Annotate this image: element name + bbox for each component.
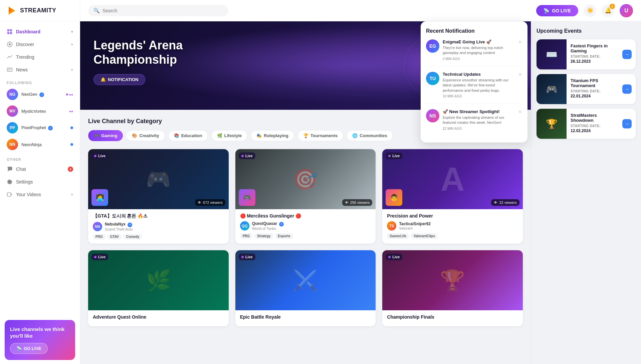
tab-tournaments[interactable]: 🏆 Tournaments [297,130,343,141]
stream-card-6[interactable]: 🏆 Live Championship Finals [382,250,523,326]
theme-toggle-button[interactable]: ☀️ [584,4,596,17]
sidebar-go-live-label: GO LIVE [24,346,41,351]
stream-card-4[interactable]: 🌿 Live Adventure Quest Online [88,250,229,326]
viewer-count-2: 👁 256 viewers [342,199,373,206]
event-arrow-btn-3[interactable]: → [622,119,632,128]
thumb-emoji-5: ⚔️ [293,269,318,292]
svg-rect-5 [10,32,12,34]
dashboard-icon [7,29,13,35]
notif-time-3: 22 MIN AGO [443,127,515,130]
event-card-1[interactable]: ⌨️ Fastest Fingers in Gaming STARTING DA… [537,39,636,69]
event-card-2[interactable]: 🎮 Titanium FPS Tournament STARTING DATE:… [537,74,636,104]
user-avatar-header[interactable]: U [620,4,633,17]
svg-rect-12 [7,193,11,197]
streamer-verified-2: ✓ [279,222,284,227]
tab-creativity[interactable]: 🎨 Creativity [126,130,165,141]
live-badge-3: Live [386,152,402,159]
eye-icon-3: 👁 [494,201,497,205]
sidebar-item-news[interactable]: News ▾ [0,63,80,76]
hero-notification-button[interactable]: 🔔 NOTIFICATION [93,74,145,85]
tab-communities[interactable]: 🌐 Communities [347,130,393,141]
upcoming-events-title: Upcoming Events [537,28,636,34]
tag-valorantclips-3: ValorantClips [411,233,438,239]
streamer-details-3: TacticalSniper92 Valorant [399,222,431,230]
stream-info-3: Precision and Power TS TacticalSniper92 … [382,209,523,243]
viewers-1: 672 viewers [203,201,223,205]
event-arrow-btn-1[interactable]: → [622,50,632,59]
following-section-title: FOLLOWING [0,76,80,86]
live-badge-2: Live [239,152,255,159]
sidebar-item-chat[interactable]: Chat 2 [0,163,80,175]
logo-area[interactable]: STREAMITY [0,0,80,21]
tab-education[interactable]: 📚 Education [168,130,208,141]
event-title-3: StratMasters Showdown [571,113,614,123]
sidebar-item-dashboard[interactable]: Dashboard ▾ [0,25,80,38]
tag-gtav-1: GTAV [108,234,122,240]
sidebar-item-discover[interactable]: Discover ▾ [0,38,80,51]
event-arrow-btn-2[interactable]: → [622,84,632,94]
notif-desc-3: Explore the captivating streams of our f… [443,115,515,125]
roleplaying-icon: 🎭 [256,133,262,138]
notif-close-3[interactable]: ✕ [518,109,522,130]
stream-info-5: Epic Battle Royale [235,310,376,326]
sidebar-item-your-videos[interactable]: Your Videos ▾ [0,188,80,201]
stream-card-2[interactable]: 🎯 🎮 Live 👁 256 viewers [235,149,376,244]
stream-info-2: 🔴 Merciless Gunslinger 🔴 QQ QuestQuasar … [235,209,376,243]
notif-avatar-1: EG [426,39,439,53]
stream-title-4: Adventure Quest Online [93,314,224,320]
sidebar-item-settings[interactable]: Settings [0,175,80,188]
sidebar-go-live-button[interactable]: 📡 GO LIVE [10,343,48,354]
notif-close-1[interactable]: ✕ [518,39,522,61]
tag-prg-1: PRG [93,234,105,240]
nexgen-name: NexGen ✓ [21,92,63,97]
creativity-icon: 🎨 [132,133,137,138]
stream-card-3[interactable]: A 👨 Live 👁 22 viewers [382,149,523,244]
tag-prg-2: PRG [240,233,253,239]
tab-gaming[interactable]: 🎮 Gaming [88,130,123,141]
viewer-count-3: 👁 22 viewers [491,199,519,206]
sidebar-nav: Dashboard ▾ Discover ▾ Trending News ▾ F… [0,21,80,316]
following-user-nexgen[interactable]: NG NexGen ✓ ●● [0,86,80,103]
following-user-pixelprophet[interactable]: PP PixelProphet ✓ [0,119,80,136]
search-input[interactable] [102,8,223,13]
stream-title-3: Precision and Power [387,213,518,219]
gaming-icon: 🎮 [94,133,99,138]
event-info-1: Fastest Fingers in Gaming STARTING DATE:… [567,39,618,69]
notif-close-2[interactable]: ✕ [518,72,522,98]
following-user-neonjinja[interactable]: NN NeonNinja [0,136,80,153]
notif-avatar-2: TU [426,72,439,85]
notif-desc-1: They're live now, delivering top-notch g… [443,45,515,56]
thumb-overlay-5: ⚔️ [235,250,376,310]
live-badge-1: Live [91,152,108,159]
notif-body-1: EnigmaE Going Live 🚀 They're live now, d… [443,39,515,61]
dashboard-label: Dashboard [16,29,40,34]
notif-title-3: 🚀 New Streamer Spotlight! [443,109,515,114]
stream-grid: 🎮 👩‍💻 Live 👁 672 viewers [80,145,531,334]
header-actions: 📡 GO LIVE ☀️ 🔔 2 U [536,4,633,17]
viewer-count-1: 👁 672 viewers [195,199,225,206]
live-pulse-3 [388,155,391,157]
tab-lifestyle[interactable]: 🌿 Lifestyle [211,130,248,141]
stream-thumbnail-4: 🌿 Live [88,250,229,310]
event-card-3[interactable]: 🏆 StratMasters Showdown STARTING DATE: 1… [537,109,636,139]
event-arrow-3: → [618,109,636,139]
discover-icon [7,41,13,47]
lifestyle-icon: 🌿 [217,133,222,138]
eye-icon-2: 👁 [345,201,349,205]
stream-card-5[interactable]: ⚔️ Live Epic Battle Royale [235,250,376,326]
sidebar-item-trending[interactable]: Trending [0,51,80,63]
stream-card-1[interactable]: 🎮 👩‍💻 Live 👁 672 viewers [88,149,229,244]
trending-icon [7,54,13,60]
event-thumb-2: 🎮 [537,74,567,104]
tab-roleplaying[interactable]: 🎭 Roleplaying [251,130,294,141]
notification-item-2: TU Technical Updates Experience smoother… [426,72,522,104]
go-live-button[interactable]: 📡 GO LIVE [536,5,578,16]
following-user-mysticvortex[interactable]: MV MysticVortex ●● [0,103,80,119]
thumb-inset-2: 🎮 [239,189,255,206]
event-date-label-1: STARTING DATE: [571,55,614,58]
svg-marker-13 [11,194,12,195]
notification-panel: Recent Notification EG EnigmaE Going Liv… [421,21,527,142]
notifications-button[interactable]: 🔔 2 [602,4,614,17]
search-box[interactable]: 🔍 [88,5,228,16]
streamity-logo-icon [7,5,17,16]
